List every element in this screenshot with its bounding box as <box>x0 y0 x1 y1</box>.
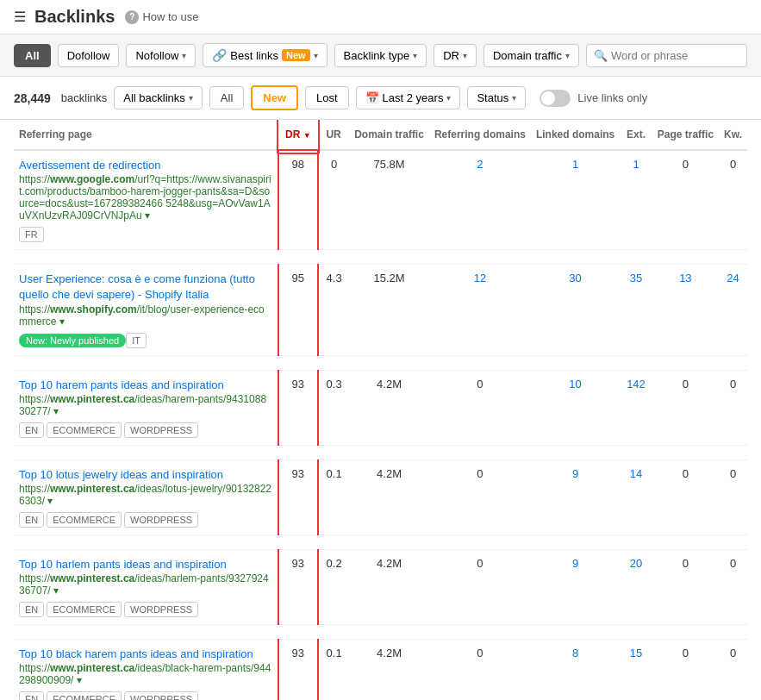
table-row: Top 10 black harem pants ideas and inspi… <box>14 640 747 700</box>
tag-label: WORDPRESS <box>124 691 198 700</box>
dr-sort-arrow-icon: ▼ <box>303 131 311 140</box>
tag-label: FR <box>19 227 44 242</box>
ext-value: 20 <box>620 549 652 624</box>
table-row: Top 10 lotus jewelry ideas and inspirati… <box>14 459 747 534</box>
domain-traffic-chevron-icon: ▾ <box>565 51 570 60</box>
domain-traffic-value: 4.2M <box>349 370 429 445</box>
linked-domains-value: 10 <box>531 370 620 445</box>
dr-value: 93 <box>278 549 318 624</box>
table-row-spacer <box>14 355 747 370</box>
subfilter-bar: 28,449 backlinks All backlinks ▾ All New… <box>0 77 761 120</box>
live-links-label: Live links only <box>577 91 647 104</box>
status-chevron-icon: ▾ <box>512 93 516 103</box>
tag-label: ECOMMERCE <box>47 691 122 700</box>
new-published-tag: New: Newly published <box>19 334 126 347</box>
url-dropdown-icon[interactable]: ▾ <box>53 584 59 597</box>
tag-label: EN <box>19 691 44 700</box>
ur-value: 0.1 <box>318 459 349 534</box>
page-url: https://www.google.com/url?q=https://www… <box>19 173 272 222</box>
live-links-toggle-container: Live links only <box>540 90 647 107</box>
url-dropdown-icon[interactable]: ▾ <box>77 674 82 686</box>
kw-value: 0 <box>719 640 747 700</box>
best-links-chevron-icon: ▾ <box>314 51 318 60</box>
col-header-dr[interactable]: DR ▼ <box>278 120 318 150</box>
ur-value: 0.1 <box>318 640 349 700</box>
page-title-link[interactable]: Avertissement de redirection <box>19 159 161 172</box>
table-row-spacer <box>14 625 747 640</box>
page-url: https://www.pinterest.ca/ideas/black-har… <box>19 662 272 686</box>
referring-domains-value: 0 <box>429 459 531 534</box>
all-backlinks-chevron-icon: ▾ <box>189 93 193 103</box>
status-button[interactable]: Status ▾ <box>467 86 526 109</box>
page-title-link[interactable]: Top 10 black harem pants ideas and inspi… <box>19 647 253 660</box>
nofollow-filter-button[interactable]: Nofollow ▾ <box>126 44 196 67</box>
ext-value: 1 <box>620 150 652 250</box>
url-dropdown-icon[interactable]: ▾ <box>59 316 65 328</box>
page-url: https://www.pinterest.ca/ideas/harem-pan… <box>19 393 272 417</box>
new-sub-button[interactable]: New <box>251 85 298 110</box>
domain-traffic-value: 4.2M <box>349 549 429 624</box>
header: ☰ Backlinks ? How to use <box>0 0 761 34</box>
ur-value: 4.3 <box>318 265 349 355</box>
how-to-use-label: How to use <box>142 10 198 23</box>
ext-value: 14 <box>620 459 652 534</box>
kw-value: 0 <box>719 459 747 534</box>
page-title-link[interactable]: Top 10 harem pants ideas and inspiration <box>19 378 224 391</box>
new-badge: New <box>282 49 310 61</box>
col-header-domain-traffic: Domain traffic <box>349 120 429 150</box>
tag-label: IT <box>126 333 147 348</box>
col-header-page-traffic: Page traffic <box>652 120 719 150</box>
backlinks-label: backlinks <box>61 91 107 104</box>
dr-value: 95 <box>278 265 318 355</box>
linked-domains-value: 8 <box>531 640 620 700</box>
link-icon: 🔗 <box>212 48 227 62</box>
tag-label: ECOMMERCE <box>47 512 122 528</box>
ur-value: 0.3 <box>318 370 349 445</box>
referring-domains-value: 0 <box>429 549 531 624</box>
linked-domains-value: 1 <box>531 150 620 250</box>
col-header-kw: Kw. <box>719 120 747 150</box>
page-title-link[interactable]: Top 10 harlem pants ideas and inspiratio… <box>19 558 227 571</box>
best-links-filter-button[interactable]: 🔗 Best links New ▾ <box>203 43 327 67</box>
all-filter-button[interactable]: All <box>14 44 51 67</box>
linked-domains-value: 9 <box>531 549 620 624</box>
app-title: Backlinks <box>34 7 115 27</box>
tag-label: EN <box>19 602 44 617</box>
ur-value: 0 <box>318 150 349 250</box>
all-backlinks-button[interactable]: All backlinks ▾ <box>114 86 203 109</box>
dr-value: 98 <box>278 150 318 250</box>
search-icon: 🔍 <box>594 49 608 62</box>
page-traffic-value: 0 <box>652 370 719 445</box>
page-title-link[interactable]: User Experience: cosa è e come funziona … <box>19 272 255 301</box>
referring-domains-value: 0 <box>429 370 531 445</box>
ur-value: 0.2 <box>318 549 349 624</box>
url-dropdown-icon[interactable]: ▾ <box>47 495 53 507</box>
page-url: https://www.pinterest.ca/ideas/lotus-jew… <box>19 483 272 507</box>
col-header-referring-domains: Referring domains <box>429 120 531 150</box>
url-dropdown-icon[interactable]: ▾ <box>53 405 59 417</box>
table-row: Top 10 harlem pants ideas and inspiratio… <box>14 549 747 624</box>
search-input[interactable] <box>611 49 739 62</box>
page-traffic-value: 0 <box>652 640 719 700</box>
how-to-use-button[interactable]: ? How to use <box>125 10 198 24</box>
col-header-ur: UR <box>318 120 349 150</box>
page-title-link[interactable]: Top 10 lotus jewelry ideas and inspirati… <box>19 468 223 481</box>
url-dropdown-icon[interactable]: ▾ <box>145 209 150 222</box>
live-links-toggle[interactable] <box>540 90 571 107</box>
lost-sub-button[interactable]: Lost <box>305 86 349 109</box>
dofollow-filter-button[interactable]: Dofollow <box>58 44 120 67</box>
ext-value: 142 <box>620 370 652 445</box>
hamburger-icon[interactable]: ☰ <box>14 9 26 25</box>
domain-traffic-filter-button[interactable]: Domain traffic ▾ <box>483 44 579 67</box>
dr-filter-button[interactable]: DR ▾ <box>434 44 477 67</box>
table-row-spacer <box>14 534 747 549</box>
all-sub-button[interactable]: All <box>209 86 244 109</box>
page-url: https://www.pinterest.ca/ideas/harlem-pa… <box>19 572 272 597</box>
date-range-button[interactable]: 📅 Last 2 years ▾ <box>356 86 461 109</box>
backlink-type-chevron-icon: ▾ <box>413 51 417 60</box>
backlink-type-filter-button[interactable]: Backlink type ▾ <box>334 44 427 67</box>
tag-label: EN <box>19 512 44 528</box>
dr-chevron-icon: ▾ <box>463 51 467 60</box>
table-row-spacer <box>14 445 747 459</box>
dr-value: 93 <box>278 459 318 534</box>
